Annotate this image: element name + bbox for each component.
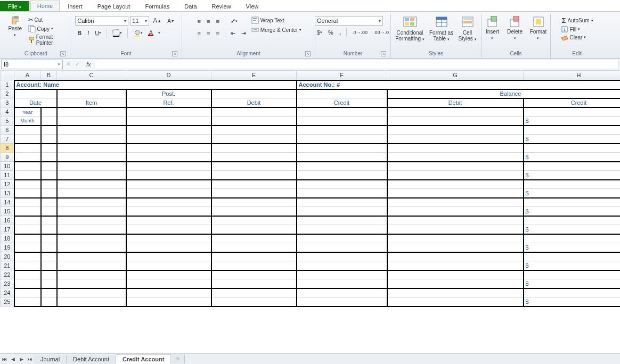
format-as-table-button[interactable]: Format as Table ▾ [429,15,454,42]
row-header[interactable]: 4 [1,107,14,117]
insert-cells-button[interactable]: Insert▾ [483,15,502,41]
align-center-button[interactable]: ≡ [205,29,212,38]
cell[interactable]: Account: Name [15,81,296,89]
cell[interactable]: $- [524,189,621,197]
cell[interactable]: Debit [212,98,296,107]
decrease-decimal-button[interactable]: .00→.0 [371,29,391,36]
fill-color-button[interactable]: ▾ [131,28,145,38]
cell[interactable]: $- [524,117,621,125]
row-header[interactable]: 21 [1,261,14,270]
formula-input[interactable] [95,60,619,69]
merge-center-button[interactable]: Merge & Center▾ [251,26,302,34]
fx-icon[interactable]: fx [82,61,95,68]
col-header[interactable]: A [14,71,41,80]
accounting-format-button[interactable]: $▾ [315,28,324,37]
clipboard-dialog-launcher[interactable]: ↘ [60,51,66,56]
increase-indent-button[interactable]: ⇥ [239,29,248,38]
cell[interactable]: Credit [297,98,387,107]
wrap-text-button[interactable]: Wrap Text [251,16,302,24]
bold-button[interactable]: B [75,29,84,37]
cell[interactable]: $- [524,279,621,288]
align-middle-button[interactable]: ≡ [205,17,212,26]
row-header[interactable]: 8 [1,144,14,153]
row-header[interactable]: 10 [1,162,14,171]
col-header[interactable]: D [126,71,211,80]
delete-cells-button[interactable]: Delete▾ [505,15,525,41]
row-header[interactable]: 11 [1,171,14,180]
fill-button[interactable]: Fill▾ [561,26,593,32]
align-top-button[interactable]: ≡ [195,17,203,26]
sheet-nav-next[interactable]: ▶ [17,355,26,363]
cell[interactable]: $- [524,243,621,252]
cell-styles-button[interactable]: Cell Styles ▾ [457,15,478,42]
sheet-tab-debit-account[interactable]: Debit Account [67,355,116,363]
tab-insert[interactable]: Insert [61,1,89,11]
increase-decimal-button[interactable]: .0→.00 [350,29,370,36]
cell[interactable]: Credit [524,99,621,107]
cell[interactable]: $- [524,153,621,161]
underline-button[interactable]: U▾ [93,29,103,37]
sheet-nav-last[interactable]: ⏭ [26,355,34,363]
cell[interactable]: Balance [388,90,621,98]
sheet-nav-prev[interactable]: ◀ [9,355,17,363]
copy-button[interactable]: Copy▾ [28,25,67,32]
cell[interactable]: $- [524,135,621,143]
cell[interactable]: $- [524,171,621,179]
select-all-cell[interactable] [1,71,14,80]
col-header[interactable]: F [297,71,387,80]
cell[interactable]: Ref. [127,98,211,107]
cell[interactable]: $- [524,207,621,216]
borders-button[interactable]: ▾ [110,28,124,38]
cell[interactable]: $- [524,261,621,270]
sheet-tab-credit-account[interactable]: Credit Account [116,354,171,364]
conditional-formatting-button[interactable]: Conditional Formatting ▾ [394,15,426,42]
tab-data[interactable]: Data [177,1,203,11]
col-header[interactable]: E [211,71,297,80]
row-header[interactable]: 13 [1,189,14,198]
cut-button[interactable]: ✂Cut [28,16,67,23]
cell[interactable]: Item [58,98,126,107]
row-header[interactable]: 20 [1,252,14,261]
cell[interactable]: Date [15,98,56,107]
row-header[interactable]: 18 [1,234,14,243]
cell[interactable]: Month [15,117,40,125]
row-header[interactable]: 6 [1,126,14,135]
row-header[interactable]: 14 [1,198,14,207]
font-name-combo[interactable]: Calibri▾ [75,16,128,26]
cell[interactable]: Post. [127,90,211,98]
row-header[interactable]: 25 [1,297,14,307]
align-right-button[interactable]: ≡ [214,29,221,38]
decrease-font-button[interactable]: A▼ [165,17,177,25]
row-header[interactable]: 17 [1,225,14,234]
worksheet-grid[interactable]: A B C D E F G H 1 Account: Name Account … [0,70,620,352]
cell[interactable]: $- [524,297,621,306]
cell[interactable]: Year [15,108,40,117]
font-size-combo[interactable]: 11▾ [130,16,149,26]
row-header[interactable]: 15 [1,207,14,216]
cell[interactable]: Debit [388,99,523,107]
align-left-button[interactable]: ≡ [195,29,203,38]
row-header[interactable]: 23 [1,279,14,288]
autosum-button[interactable]: ΣAutoSum▾ [561,16,593,24]
row-header[interactable]: 22 [1,270,14,279]
tab-review[interactable]: Review [205,1,238,11]
sheet-tab-journal[interactable]: Journal [34,355,67,363]
orientation-button[interactable]: ⤢▾ [229,16,240,26]
tab-file[interactable]: File ▾ [0,1,29,11]
col-header[interactable]: H [524,71,621,80]
number-format-combo[interactable]: General▾ [315,16,383,26]
tab-view[interactable]: View [239,1,266,11]
name-box[interactable]: I8▾ [1,60,63,69]
italic-button[interactable]: I [85,29,91,37]
align-bottom-button[interactable]: ≡ [214,17,221,26]
row-header[interactable]: 2 [1,89,14,98]
row-header[interactable]: 5 [1,117,14,126]
tab-page-layout[interactable]: Page Layout [91,1,137,11]
row-header[interactable]: 24 [1,288,14,297]
font-color-button[interactable]: A▾ [146,28,162,38]
cell[interactable]: $- [524,225,621,234]
alignment-dialog-launcher[interactable]: ↘ [305,51,311,56]
cell[interactable]: Account No.: # [297,81,621,89]
row-header[interactable]: 1 [1,80,14,89]
col-header[interactable]: G [387,71,524,80]
